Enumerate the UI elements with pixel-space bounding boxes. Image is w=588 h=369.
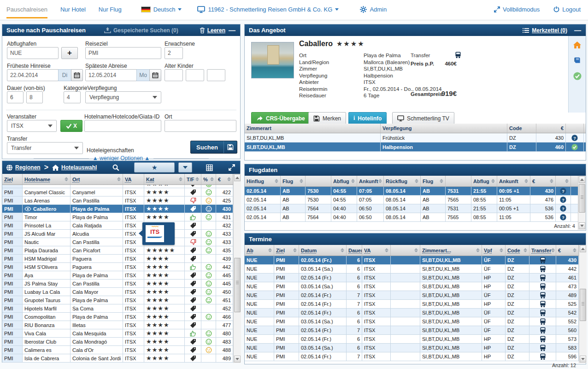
column-header[interactable]: Ab <box>245 245 274 256</box>
column-header[interactable]: Code <box>507 124 536 133</box>
fullscreen-button[interactable]: Vollbildmodus <box>494 6 540 13</box>
column-header[interactable]: Zimmerart... <box>420 245 482 256</box>
hotel-list-scrollbar[interactable] <box>233 174 241 363</box>
breadcrumb-hotelauswahl[interactable]: Hotelauswahl <box>52 164 97 171</box>
hotel-row[interactable]: PMICaballeroPlaya de PalmaITSX★★★★430 <box>2 205 233 213</box>
column-header[interactable] <box>556 176 571 186</box>
column-header[interactable]: Verpflegung <box>381 124 507 133</box>
zimmerart-row[interactable]: SI,BT,DU,KL,MBHalbpensionDZ460 <box>245 143 586 152</box>
verpflegung-select[interactable]: Verpflegung <box>85 91 161 103</box>
add-airport-button[interactable]: + <box>61 47 78 59</box>
kind-alter-input-1[interactable] <box>165 69 183 81</box>
column-header[interactable]: € <box>556 245 579 256</box>
column-header[interactable]: Hinflug <box>245 176 281 186</box>
scroll-down-button[interactable] <box>234 356 241 363</box>
collapse-offer-button[interactable]: — <box>574 26 581 34</box>
hotel-photo[interactable] <box>251 42 294 78</box>
saved-searches-link[interactable]: Gespeicherte Suchen (0) <box>104 27 178 34</box>
hotel-row[interactable]: PMIPrinsotel LaCala RatjadaITSX★★★★432 <box>2 221 233 230</box>
ort-input[interactable] <box>165 120 236 132</box>
termine-row[interactable]: NUEPMI03.05.14 (Sa.)6ITSXSI,BT,DU,KL,MBH… <box>245 344 579 352</box>
crs-uebergabe-button[interactable]: CRS-Übergabe <box>251 112 310 125</box>
reiseziel-input[interactable] <box>85 47 161 59</box>
termine-row[interactable]: NUEPMI02.05.14 (Fr.)6ITSXSI,BT,DU,KL,MBÜ… <box>245 309 579 317</box>
column-header[interactable]: Abflug <box>331 176 357 186</box>
hinreise-input[interactable] <box>7 69 59 81</box>
flug-info-cell[interactable]: ? <box>556 196 571 204</box>
schmetterling-tv-button[interactable]: Schmetterling TV <box>392 112 454 125</box>
hotel-row[interactable]: PMIJS Alcudi MarAlcudiaITSX★★★★433 <box>2 230 233 238</box>
veranstalter-select[interactable]: ITSX <box>7 120 57 132</box>
hotel-row[interactable]: PMICalimera esCala d'OrITSX★★★★488 <box>2 346 233 354</box>
logout-button[interactable]: Logout <box>553 6 581 13</box>
zimmerart-row[interactable]: SI,BT,DU,KL,MBFrühstückDZ430? <box>245 133 586 143</box>
merkzettel-link[interactable]: Merkzettel (0) <box>523 27 567 34</box>
search-button[interactable]: Suchen <box>190 141 237 154</box>
tab-pauschalreisen[interactable]: Pauschalreisen <box>6 0 47 18</box>
column-header[interactable]: € <box>536 124 566 133</box>
merken-button[interactable]: Merken <box>308 112 346 125</box>
column-header[interactable]: Code <box>506 245 529 256</box>
scroll-up-button[interactable] <box>579 176 585 183</box>
scroll-thumb[interactable] <box>579 184 585 213</box>
hotelinfo-button[interactable]: i Hotelinfo <box>348 112 387 125</box>
hotel-row[interactable]: PMIJS Palma StayCan PastillaITSX★★★★445 <box>2 280 233 288</box>
column-header[interactable]: T/F <box>185 174 201 184</box>
termine-row[interactable]: NUEPMI02.05.14 (Fr.)6ITSXSI,BT,DU,KL,MBÜ… <box>245 256 579 265</box>
flug-info-cell[interactable]: ? <box>556 213 571 221</box>
column-header[interactable] <box>446 176 471 186</box>
column-header[interactable]: VA <box>123 174 144 184</box>
hotel-row[interactable]: PMIViva CalaCala MesquidaITSX★★★★480 <box>2 329 233 338</box>
save-search-icon[interactable] <box>224 144 237 150</box>
hotel-row[interactable]: PMIHSM MadrigalPagueraITSX★★★★439 <box>2 255 233 263</box>
column-header[interactable]: % <box>201 174 216 184</box>
column-header[interactable]: Abflug <box>471 176 497 186</box>
termine-row[interactable]: NUEPMI02.05.14 (Fr.)7ITSXSI,BT,DU,KL,MBH… <box>245 352 579 361</box>
scroll-down-button[interactable] <box>580 356 586 363</box>
termine-row[interactable]: NUEPMI03.05.14 (Sa.)6ITSXSI,BT,DU,KL,MBH… <box>245 282 579 291</box>
flug-scrollbar[interactable] <box>578 176 586 230</box>
transfer-select[interactable]: Transfer <box>7 142 83 154</box>
termine-row[interactable]: NUEPMI03.05.14 (Sa.)6ITSXSI,BT,DU,KL,MBÜ… <box>245 265 579 274</box>
column-header[interactable]: Ort <box>71 174 123 184</box>
hotel-row[interactable]: PMICanyamel ClassicCanyamelITSX★★★★422 <box>2 188 233 196</box>
column-header[interactable]: Kat <box>144 174 185 184</box>
termine-scrollbar[interactable] <box>579 245 587 363</box>
hotel-row[interactable]: PMIPlatja DauradaCan PicafortITSX★★★★★43… <box>2 246 233 255</box>
hotel-row[interactable]: PMIHSM S'OliveraPagueraITSX★★★★442 <box>2 263 233 271</box>
grid-view-icon[interactable] <box>206 164 213 171</box>
column-header[interactable]: Hotelname <box>23 174 71 184</box>
hotel-row[interactable]: PMIHipotels MarfilSa ComaITSX★★★★452 <box>2 304 233 313</box>
abflughafen-input[interactable] <box>7 47 59 59</box>
hotel-row[interactable]: ★★★★ <box>2 185 233 188</box>
termine-row[interactable]: NUEPMI02.05.14 (Fr.)6ITSXSI,BT,DU,KL,MBH… <box>245 335 579 344</box>
agency-selector[interactable]: 11962 - Schmetterling Reisen GmbH & Co. … <box>197 6 339 13</box>
column-header[interactable] <box>391 245 420 256</box>
collapse-search-button[interactable]: — <box>229 26 235 34</box>
flug-row[interactable]: 02.05.14AB753004:5507:0508.05.14AB753121… <box>245 187 578 196</box>
column-header[interactable]: Dauer <box>347 245 362 256</box>
column-header[interactable]: Ziel <box>274 245 299 256</box>
abreise-calendar-button[interactable] <box>149 69 161 81</box>
breadcrumb-regionen[interactable]: Regionen <box>6 164 41 171</box>
column-header[interactable]: Flug <box>281 176 306 186</box>
hotelname-input[interactable] <box>84 120 161 132</box>
flug-info-cell[interactable]: ? <box>556 187 571 195</box>
abreise-input[interactable] <box>85 69 137 81</box>
column-header[interactable]: Datum <box>299 245 347 256</box>
flug-row[interactable]: 02.05.14AB753004:5507:0508.05.14AB756508… <box>245 196 578 204</box>
column-header[interactable]: € <box>530 176 556 186</box>
column-header[interactable]: Ankunft <box>357 176 384 186</box>
column-header[interactable]: € <box>216 174 233 184</box>
flug-info-cell[interactable]: ? <box>556 204 571 213</box>
hotel-row[interactable]: PMINauticCan PastillaITSX★★★★433 <box>2 238 233 246</box>
column-header[interactable] <box>306 176 331 186</box>
termine-row[interactable]: NUEPMI02.05.14 (Fr.)7ITSXSI,BT,DU,KL,MBÜ… <box>245 291 579 300</box>
scroll-thumb[interactable] <box>580 289 586 321</box>
star-filter-button[interactable]: ★ <box>134 162 175 173</box>
column-header[interactable]: VA <box>362 245 391 256</box>
veranstalter-confirm-button[interactable]: X <box>60 120 82 132</box>
hotel-row[interactable]: PMILas ArenasCan PastillaITSX★★★★425 <box>2 196 233 205</box>
scroll-up-button[interactable] <box>580 245 586 252</box>
hotel-row[interactable]: PMIAyaPlaya de PalmaITSX★★★★445 <box>2 271 233 280</box>
